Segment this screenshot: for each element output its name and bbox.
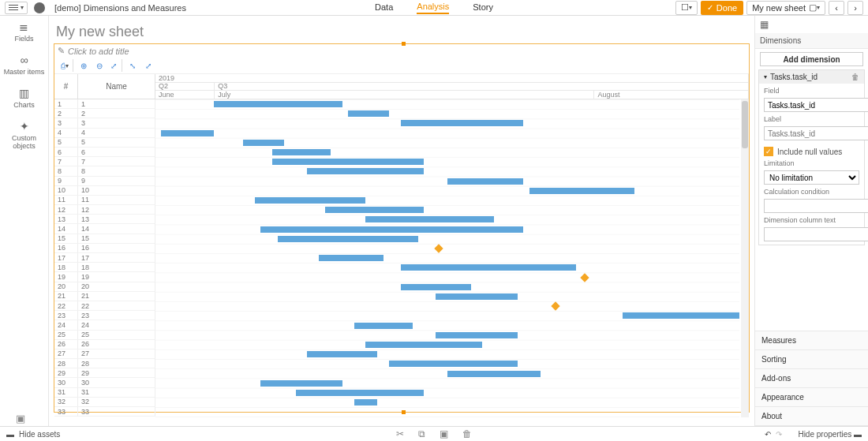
sidebar-item-custom[interactable]: ✦ Custom objects (0, 120, 48, 150)
table-row[interactable]: 77 (54, 157, 155, 166)
expand-button[interactable]: ⤡ (125, 59, 140, 72)
zoom-in-button[interactable]: ⊕ (77, 59, 91, 72)
field-input[interactable] (764, 98, 868, 112)
table-row[interactable]: 66 (54, 148, 155, 157)
gantt-chart-object[interactable]: Click to add title ⎙▾ ⊕ ⊖ ⤢ ⤡ ⤢ # Name 2… (54, 43, 750, 413)
gantt-bar[interactable] (447, 178, 523, 185)
gantt-bar[interactable] (214, 101, 342, 107)
gantt-bar[interactable] (529, 188, 634, 194)
tab-analysis[interactable]: Analysis (417, 2, 449, 14)
gantt-bar[interactable] (260, 226, 523, 233)
section-appearance[interactable]: Appearance (755, 388, 868, 407)
dimension-header[interactable]: ▾ Tasks.task_id 🗑 (759, 70, 864, 84)
gantt-bar[interactable] (389, 361, 518, 367)
done-button[interactable]: ✓ Done (701, 1, 743, 15)
table-row[interactable]: 2020 (54, 282, 155, 292)
table-row[interactable]: 2727 (54, 349, 155, 359)
table-row[interactable]: 2424 (54, 320, 155, 330)
table-row[interactable]: 1414 (54, 224, 155, 234)
gantt-bar[interactable] (272, 159, 424, 165)
gantt-bar[interactable] (307, 351, 377, 357)
table-row[interactable]: 55 (54, 138, 155, 148)
table-row[interactable]: 2828 (54, 359, 155, 368)
table-row[interactable]: 3131 (54, 388, 155, 398)
tab-data[interactable]: Data (375, 2, 393, 13)
gantt-bar[interactable] (447, 371, 541, 377)
table-row[interactable]: 2929 (54, 368, 155, 378)
table-row[interactable]: 1010 (54, 186, 155, 196)
include-null-checkbox[interactable]: ✓ Include null values (764, 147, 859, 156)
gantt-bar[interactable] (623, 312, 739, 319)
gantt-bar[interactable] (272, 149, 331, 155)
expand-icon[interactable]: ▣ (16, 413, 25, 424)
delete-button[interactable]: 🗑 (462, 428, 472, 439)
gantt-bar[interactable] (348, 110, 389, 117)
gantt-bar[interactable] (401, 120, 523, 126)
dim-col-text-input[interactable] (764, 227, 868, 241)
fit-button[interactable]: ⤢ (108, 59, 122, 72)
hide-assets-button[interactable]: ▬ Hide assets (6, 430, 60, 439)
gantt-bar[interactable] (401, 284, 471, 290)
table-row[interactable]: 1919 (54, 272, 155, 282)
tab-story[interactable]: Story (473, 2, 493, 13)
gantt-bar[interactable] (296, 390, 425, 396)
table-row[interactable]: 1616 (54, 244, 155, 253)
gantt-bar[interactable] (401, 264, 576, 271)
print-button[interactable]: ⎙▾ (59, 59, 73, 72)
scrollbar-thumb[interactable] (742, 101, 748, 148)
section-addons[interactable]: Add-ons (755, 369, 868, 388)
hide-properties-button[interactable]: Hide properties ▬ (798, 430, 862, 439)
table-row[interactable]: 1818 (54, 263, 155, 272)
table-row[interactable]: 99 (54, 177, 155, 186)
section-measures[interactable]: Measures (755, 331, 868, 350)
vertical-scrollbar[interactable] (741, 99, 749, 417)
table-row[interactable]: 2222 (54, 301, 155, 311)
gantt-bar[interactable] (436, 293, 518, 300)
undo-button[interactable]: ↶ (765, 430, 771, 439)
table-row[interactable]: 2323 (54, 311, 155, 320)
table-row[interactable]: 1313 (54, 215, 155, 224)
sidebar-item-master[interactable]: ∞ Master items (4, 54, 45, 76)
section-about[interactable]: About (755, 407, 868, 426)
table-row[interactable]: 88 (54, 166, 155, 176)
table-row[interactable]: 33 (54, 118, 155, 128)
zoom-out-button[interactable]: ⊖ (92, 59, 107, 72)
table-row[interactable]: 11 (54, 99, 155, 109)
next-sheet-button[interactable]: › (847, 1, 863, 15)
gantt-bar[interactable] (255, 197, 366, 204)
gantt-bar[interactable] (319, 255, 383, 261)
section-sorting[interactable]: Sorting (755, 350, 868, 369)
gantt-bar[interactable] (161, 130, 214, 136)
calc-condition-input[interactable] (764, 199, 868, 213)
collapse-button[interactable]: ⤢ (141, 59, 155, 72)
table-row[interactable]: 3030 (54, 378, 155, 387)
delete-dimension-button[interactable]: 🗑 (851, 73, 859, 81)
gantt-bar[interactable] (365, 342, 482, 348)
gantt-bar[interactable] (436, 332, 518, 338)
sheet-title[interactable]: My new sheet (56, 24, 750, 40)
table-row[interactable]: 2626 (54, 340, 155, 349)
gantt-bar[interactable] (243, 140, 284, 146)
gantt-bar[interactable] (278, 236, 418, 242)
sidebar-item-charts[interactable]: ▥ Charts (13, 87, 35, 109)
gantt-bar[interactable] (354, 399, 378, 405)
redo-button[interactable]: ↷ (776, 430, 782, 439)
table-row[interactable]: 44 (54, 129, 155, 138)
table-row[interactable]: 1111 (54, 196, 155, 205)
copy-button[interactable]: ⧉ (418, 428, 425, 439)
prev-sheet-button[interactable]: ‹ (829, 1, 844, 15)
sidebar-item-fields[interactable]: ≣ Fields (14, 21, 33, 43)
cut-button[interactable]: ✂ (396, 428, 404, 439)
table-row[interactable]: 1515 (54, 234, 155, 244)
sheet-selector-button[interactable]: My new sheet ▢ ▾ (746, 1, 825, 15)
gantt-bar[interactable] (307, 168, 424, 174)
gantt-bar[interactable] (365, 216, 494, 222)
table-row[interactable]: 2121 (54, 292, 155, 301)
limitation-select[interactable]: No limitation (764, 170, 859, 185)
table-row[interactable]: 1212 (54, 205, 155, 215)
gantt-bar[interactable] (354, 323, 413, 329)
table-row[interactable]: 22 (54, 109, 155, 118)
main-menu-button[interactable]: ▾ (5, 2, 28, 14)
chart-title-input[interactable]: Click to add title (54, 44, 749, 58)
add-dimension-button[interactable]: Add dimension (760, 52, 863, 66)
